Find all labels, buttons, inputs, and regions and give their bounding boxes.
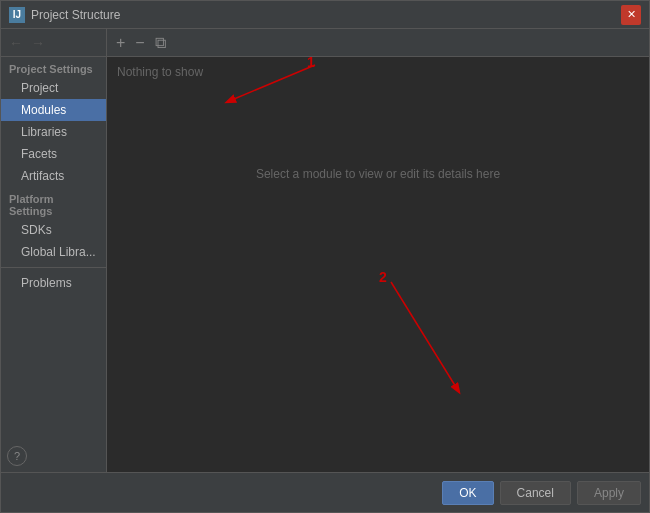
platform-settings-label: Platform Settings	[1, 187, 106, 219]
ok-button[interactable]: OK	[442, 481, 493, 505]
sidebar-item-facets[interactable]: Facets	[1, 143, 106, 165]
forward-button[interactable]: →	[29, 35, 47, 51]
cancel-button[interactable]: Cancel	[500, 481, 571, 505]
sidebar-item-project[interactable]: Project	[1, 77, 106, 99]
sidebar: ← → Project Settings Project Modules Lib…	[1, 29, 107, 472]
right-toolbar: + − ⧉	[107, 29, 649, 57]
sidebar-item-libraries[interactable]: Libraries	[1, 121, 106, 143]
center-message: Select a module to view or edit its deta…	[256, 167, 500, 181]
sidebar-item-artifacts[interactable]: Artifacts	[1, 165, 106, 187]
window-title: Project Structure	[31, 8, 120, 22]
apply-button[interactable]: Apply	[577, 481, 641, 505]
main-content: ← → Project Settings Project Modules Lib…	[1, 29, 649, 472]
add-module-button[interactable]: +	[113, 34, 128, 52]
sidebar-spacer	[1, 294, 106, 440]
title-bar-left: IJ Project Structure	[9, 7, 120, 23]
remove-module-button[interactable]: −	[132, 34, 147, 52]
sidebar-item-problems[interactable]: Problems	[1, 272, 106, 294]
sidebar-item-sdks[interactable]: SDKs	[1, 219, 106, 241]
sidebar-item-global-libraries[interactable]: Global Libra...	[1, 241, 106, 263]
sidebar-divider	[1, 267, 106, 268]
back-button[interactable]: ←	[7, 35, 25, 51]
nothing-to-show-label: Nothing to show	[107, 57, 213, 87]
title-bar: IJ Project Structure ✕	[1, 1, 649, 29]
sidebar-nav: ← →	[1, 29, 106, 57]
sidebar-item-modules[interactable]: Modules	[1, 99, 106, 121]
right-content: Nothing to show Select a module to view …	[107, 57, 649, 472]
project-settings-label: Project Settings	[1, 57, 106, 77]
right-panel: + − ⧉ Nothing to show Select a module to…	[107, 29, 649, 472]
close-button[interactable]: ✕	[621, 5, 641, 25]
copy-module-button[interactable]: ⧉	[152, 34, 169, 52]
help-button[interactable]: ?	[7, 446, 27, 466]
app-icon: IJ	[9, 7, 25, 23]
project-structure-window: IJ Project Structure ✕ ← → Project Setti…	[0, 0, 650, 513]
footer: OK Cancel Apply	[1, 472, 649, 512]
